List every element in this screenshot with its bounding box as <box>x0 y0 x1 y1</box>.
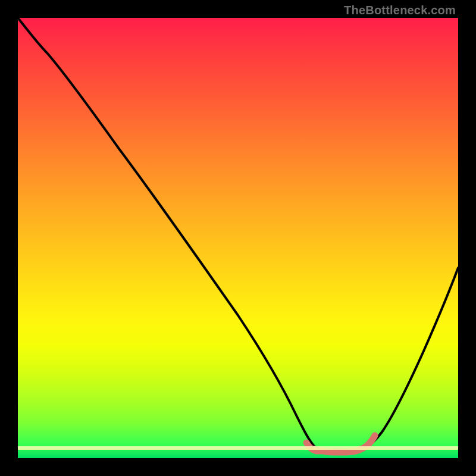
svg-point-3 <box>347 449 353 455</box>
svg-point-2 <box>335 449 341 455</box>
svg-point-0 <box>311 446 317 452</box>
svg-point-1 <box>323 449 329 455</box>
svg-point-5 <box>367 440 373 446</box>
plot-area <box>18 18 458 458</box>
svg-point-4 <box>358 446 364 452</box>
chart-frame: TheBottleneck.com <box>0 0 476 476</box>
bottleneck-curve <box>18 18 458 450</box>
watermark-text: TheBottleneck.com <box>344 4 456 17</box>
curve-layer <box>18 18 458 458</box>
